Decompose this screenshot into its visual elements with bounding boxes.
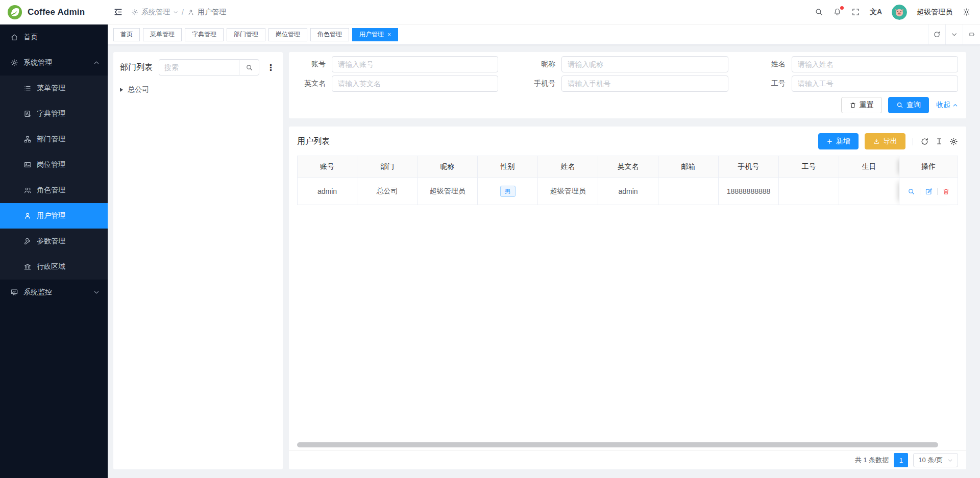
tab-label: 菜单管理 [150,30,175,39]
home-icon [10,33,18,41]
plus-icon [826,138,833,145]
row-height-icon[interactable] [935,137,943,145]
page-1-button[interactable]: 1 [894,453,908,467]
tab-role-management[interactable]: 角色管理 [310,28,349,41]
dept-search-input[interactable] [159,59,239,76]
search-icon[interactable] [815,8,823,16]
sidebar-item-role-management[interactable]: 角色管理 [0,178,108,203]
fullscreen-icon[interactable] [851,8,860,16]
sidebar-item-label: 系统监控 [23,288,52,297]
col-nickname: 昵称 [418,156,478,178]
job-no-input[interactable] [792,76,958,92]
query-label: 查询 [906,100,921,110]
monitor-chart-icon [10,288,18,296]
wrench-icon [23,237,32,245]
system-management-submenu: 菜单管理 字典管理 部门管理 岗位管理 [0,76,108,280]
query-button[interactable]: 查询 [888,97,929,113]
en-name-input[interactable] [332,76,498,92]
user-icon [187,9,194,16]
add-button[interactable]: 新增 [818,133,859,149]
page-size-select[interactable]: 10 条/页 [913,453,958,467]
op-divider [920,188,920,195]
table-row[interactable]: admin 总公司 超级管理员 男 超级管理员 admin 1888888888… [297,178,958,205]
dept-search-button[interactable] [239,59,259,76]
col-en-name: 英文名 [598,156,658,178]
account-input[interactable] [332,56,498,72]
cell-nickname: 超级管理员 [418,178,478,205]
sidebar-item-param-management[interactable]: 参数管理 [0,229,108,254]
phone-input[interactable] [561,76,728,92]
search-form-actions: 重置 查询 收起 [297,97,958,113]
search-form-grid: 账号 昵称 姓名 英文名 [297,56,958,92]
breadcrumb-system-management[interactable]: 系统管理 [131,8,178,17]
spring-leaf-logo-icon [7,5,22,20]
field-phone: 手机号 [527,76,728,92]
pagination: 共 1 条数据 1 10 条/页 [289,450,966,469]
caret-right-icon[interactable] [120,88,123,92]
horizontal-scrollbar [297,442,958,447]
tree-node-label: 总公司 [128,85,149,94]
field-label: 英文名 [297,79,326,88]
sidebar-fold-icon[interactable] [113,7,123,17]
user-table-card: 用户列表 新增 [289,127,966,469]
org-chart-icon [23,135,32,143]
tab-dict-management[interactable]: 字典管理 [185,28,224,41]
sidebar-item-menu-management[interactable]: 菜单管理 [0,76,108,101]
avatar[interactable] [892,5,907,20]
tab-user-management[interactable]: 用户管理 × [352,28,398,41]
edit-icon[interactable] [925,188,933,195]
sidebar-item-label: 用户管理 [37,211,65,220]
cell-operation [899,178,958,205]
field-nickname: 昵称 [527,56,728,72]
search-icon [896,102,903,109]
notification-badge [840,6,844,10]
download-icon [873,138,880,145]
content-maximize-icon[interactable] [963,24,980,44]
sidebar-item-dict-management[interactable]: 字典管理 [0,101,108,127]
col-birthday: 生日 [839,156,899,178]
settings-gear-icon[interactable] [962,8,971,16]
cell-birthday [839,178,899,205]
breadcrumb-label: 系统管理 [141,8,170,17]
more-options-icon[interactable]: ⋮ [265,63,276,72]
tab-menu-management[interactable]: 菜单管理 [143,28,182,41]
tab-label: 用户管理 [359,30,384,39]
tab-close-icon[interactable]: × [387,32,391,38]
tab-home[interactable]: 首页 [113,28,140,41]
export-button[interactable]: 导出 [865,133,905,149]
username[interactable]: 超级管理员 [917,8,952,17]
view-magnifier-icon[interactable] [908,188,915,195]
nickname-input[interactable] [561,56,728,72]
sidebar-item-post-management[interactable]: 岗位管理 [0,152,108,178]
tab-post-management[interactable]: 岗位管理 [268,28,307,41]
delete-trash-icon[interactable] [942,188,950,195]
column-settings-gear-icon[interactable] [949,137,958,146]
tab-refresh-icon[interactable] [928,24,945,44]
main-area: 系统管理 / 用户管理 [108,0,980,478]
sidebar-item-home[interactable]: 首页 [0,24,108,50]
name-input[interactable] [792,56,958,72]
page-size-value: 10 条/页 [918,456,943,465]
field-label: 昵称 [527,60,555,69]
sidebar-item-user-management[interactable]: 用户管理 [0,203,108,229]
reset-button[interactable]: 重置 [841,97,882,113]
sidebar-item-system-management[interactable]: 系统管理 [0,50,108,76]
chevron-down-icon [947,458,953,463]
col-email: 邮箱 [658,156,719,178]
notification-bell-icon[interactable] [833,8,842,16]
sidebar-item-label: 行政区域 [37,262,65,271]
tab-dropdown-chevron-icon[interactable] [945,24,963,44]
sidebar-item-system-monitor[interactable]: 系统监控 [0,280,108,305]
horizontal-scrollbar-thumb[interactable] [297,442,938,447]
translate-icon[interactable]: 文A [870,8,882,17]
collapse-link[interactable]: 收起 [936,100,958,110]
dept-tree: 总公司 [120,83,276,96]
sidebar-item-admin-region[interactable]: 行政区域 [0,254,108,280]
tab-dept-management[interactable]: 部门管理 [227,28,265,41]
col-name: 姓名 [538,156,598,178]
table-refresh-icon[interactable] [920,137,929,146]
table-header-row: 账号 部门 昵称 性别 姓名 英文名 邮箱 手机号 工号 生日 [297,156,958,178]
tree-node-head-office[interactable]: 总公司 [120,83,276,96]
sidebar-item-dept-management[interactable]: 部门管理 [0,127,108,152]
user-table-header: 用户列表 新增 [289,127,966,156]
